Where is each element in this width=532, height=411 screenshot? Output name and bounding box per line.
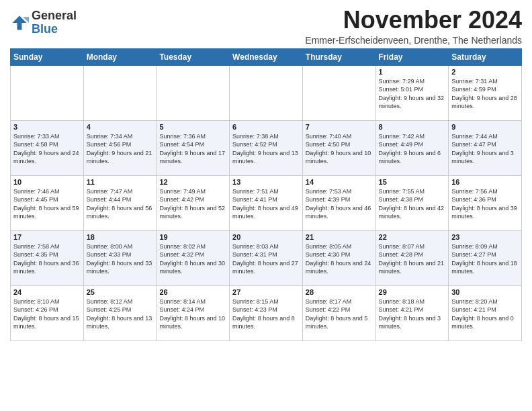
day-cell: 4Sunrise: 7:34 AMSunset: 4:56 PMDaylight…	[83, 120, 157, 175]
logo-icon	[10, 13, 29, 32]
day-cell	[230, 65, 303, 120]
day-cell: 30Sunrise: 8:20 AMSunset: 4:21 PMDayligh…	[449, 285, 522, 340]
day-info: Sunrise: 8:00 AMSunset: 4:33 PMDaylight:…	[87, 242, 154, 276]
day-cell: 27Sunrise: 8:15 AMSunset: 4:23 PMDayligh…	[230, 285, 303, 340]
day-info: Sunrise: 7:51 AMSunset: 4:41 PMDaylight:…	[232, 187, 300, 221]
day-number: 7	[306, 123, 373, 131]
day-info: Sunrise: 7:42 AMSunset: 4:49 PMDaylight:…	[379, 132, 446, 166]
day-number: 2	[451, 68, 519, 76]
day-info: Sunrise: 8:07 AMSunset: 4:28 PMDaylight:…	[379, 242, 446, 276]
title-section: November 2024 Emmer-Erfscheidenveen, Dre…	[305, 7, 522, 46]
day-number: 24	[13, 288, 81, 296]
day-cell: 21Sunrise: 8:05 AMSunset: 4:30 PMDayligh…	[302, 230, 375, 285]
day-cell: 9Sunrise: 7:44 AMSunset: 4:47 PMDaylight…	[449, 120, 522, 175]
day-number: 27	[232, 288, 300, 296]
day-cell	[11, 65, 84, 120]
day-number: 3	[13, 123, 81, 131]
day-info: Sunrise: 8:18 AMSunset: 4:21 PMDaylight:…	[379, 298, 446, 331]
day-info: Sunrise: 7:53 AMSunset: 4:39 PMDaylight:…	[306, 187, 373, 221]
calendar-body: 1Sunrise: 7:29 AMSunset: 5:01 PMDaylight…	[11, 65, 522, 340]
day-info: Sunrise: 8:12 AMSunset: 4:25 PMDaylight:…	[87, 298, 154, 331]
day-info: Sunrise: 8:03 AMSunset: 4:31 PMDaylight:…	[232, 242, 300, 276]
day-cell: 11Sunrise: 7:47 AMSunset: 4:44 PMDayligh…	[83, 175, 157, 230]
calendar-page: General Blue November 2024 Emmer-Erfsche…	[0, 0, 532, 348]
day-info: Sunrise: 8:02 AMSunset: 4:32 PMDaylight:…	[159, 242, 226, 276]
week-row-1: 1Sunrise: 7:29 AMSunset: 5:01 PMDaylight…	[11, 65, 522, 120]
day-number: 14	[306, 178, 373, 186]
day-cell: 14Sunrise: 7:53 AMSunset: 4:39 PMDayligh…	[302, 175, 375, 230]
day-number: 28	[306, 288, 373, 296]
calendar-header: Sunday Monday Tuesday Wednesday Thursday…	[11, 48, 522, 65]
day-cell: 29Sunrise: 8:18 AMSunset: 4:21 PMDayligh…	[375, 285, 449, 340]
day-info: Sunrise: 7:33 AMSunset: 4:58 PMDaylight:…	[13, 132, 81, 166]
col-sunday: Sunday	[11, 48, 84, 65]
day-info: Sunrise: 7:29 AMSunset: 5:01 PMDaylight:…	[379, 77, 446, 111]
day-cell: 20Sunrise: 8:03 AMSunset: 4:31 PMDayligh…	[230, 230, 303, 285]
day-cell	[157, 65, 230, 120]
day-number: 23	[451, 233, 519, 241]
day-cell: 19Sunrise: 8:02 AMSunset: 4:32 PMDayligh…	[157, 230, 230, 285]
day-cell	[83, 65, 157, 120]
day-number: 21	[306, 233, 373, 241]
day-number: 10	[13, 178, 81, 186]
day-number: 13	[232, 178, 300, 186]
day-cell: 1Sunrise: 7:29 AMSunset: 5:01 PMDaylight…	[375, 65, 449, 120]
day-number: 16	[451, 178, 519, 186]
week-row-4: 17Sunrise: 7:58 AMSunset: 4:35 PMDayligh…	[11, 230, 522, 285]
day-info: Sunrise: 7:44 AMSunset: 4:47 PMDaylight:…	[451, 132, 519, 166]
day-info: Sunrise: 8:15 AMSunset: 4:23 PMDaylight:…	[232, 298, 300, 331]
day-number: 29	[379, 288, 446, 296]
day-number: 20	[232, 233, 300, 241]
day-info: Sunrise: 7:34 AMSunset: 4:56 PMDaylight:…	[87, 132, 154, 166]
day-number: 5	[159, 123, 226, 131]
day-info: Sunrise: 8:10 AMSunset: 4:26 PMDaylight:…	[13, 298, 81, 331]
day-info: Sunrise: 8:20 AMSunset: 4:21 PMDaylight:…	[451, 298, 519, 331]
day-info: Sunrise: 7:40 AMSunset: 4:50 PMDaylight:…	[306, 132, 373, 166]
day-cell: 23Sunrise: 8:09 AMSunset: 4:27 PMDayligh…	[449, 230, 522, 285]
subtitle: Emmer-Erfscheidenveen, Drenthe, The Neth…	[305, 35, 522, 46]
day-number: 1	[379, 68, 446, 76]
day-info: Sunrise: 8:09 AMSunset: 4:27 PMDaylight:…	[451, 242, 519, 276]
day-info: Sunrise: 8:14 AMSunset: 4:24 PMDaylight:…	[159, 298, 226, 331]
month-title: November 2024	[305, 7, 522, 34]
logo-text: General Blue	[32, 9, 77, 36]
day-info: Sunrise: 8:17 AMSunset: 4:22 PMDaylight:…	[306, 298, 373, 331]
day-cell: 5Sunrise: 7:36 AMSunset: 4:54 PMDaylight…	[157, 120, 230, 175]
day-number: 9	[451, 123, 519, 131]
day-cell: 2Sunrise: 7:31 AMSunset: 4:59 PMDaylight…	[449, 65, 522, 120]
col-thursday: Thursday	[302, 48, 375, 65]
day-cell: 24Sunrise: 8:10 AMSunset: 4:26 PMDayligh…	[11, 285, 84, 340]
day-number: 30	[451, 288, 519, 296]
day-number: 6	[232, 123, 300, 131]
day-info: Sunrise: 7:46 AMSunset: 4:45 PMDaylight:…	[13, 187, 81, 221]
day-cell: 18Sunrise: 8:00 AMSunset: 4:33 PMDayligh…	[83, 230, 157, 285]
day-cell: 13Sunrise: 7:51 AMSunset: 4:41 PMDayligh…	[230, 175, 303, 230]
week-row-2: 3Sunrise: 7:33 AMSunset: 4:58 PMDaylight…	[11, 120, 522, 175]
day-cell: 12Sunrise: 7:49 AMSunset: 4:42 PMDayligh…	[157, 175, 230, 230]
day-cell: 7Sunrise: 7:40 AMSunset: 4:50 PMDaylight…	[302, 120, 375, 175]
day-cell: 3Sunrise: 7:33 AMSunset: 4:58 PMDaylight…	[11, 120, 84, 175]
day-cell	[302, 65, 375, 120]
day-info: Sunrise: 7:55 AMSunset: 4:38 PMDaylight:…	[379, 187, 446, 221]
day-cell: 22Sunrise: 8:07 AMSunset: 4:28 PMDayligh…	[375, 230, 449, 285]
day-cell: 28Sunrise: 8:17 AMSunset: 4:22 PMDayligh…	[302, 285, 375, 340]
day-cell: 16Sunrise: 7:56 AMSunset: 4:36 PMDayligh…	[449, 175, 522, 230]
day-cell: 26Sunrise: 8:14 AMSunset: 4:24 PMDayligh…	[157, 285, 230, 340]
col-monday: Monday	[83, 48, 157, 65]
week-row-5: 24Sunrise: 8:10 AMSunset: 4:26 PMDayligh…	[11, 285, 522, 340]
logo: General Blue	[10, 9, 77, 36]
day-number: 18	[87, 233, 154, 241]
calendar-table: Sunday Monday Tuesday Wednesday Thursday…	[10, 48, 522, 341]
col-wednesday: Wednesday	[230, 48, 303, 65]
day-number: 17	[13, 233, 81, 241]
week-row-3: 10Sunrise: 7:46 AMSunset: 4:45 PMDayligh…	[11, 175, 522, 230]
day-info: Sunrise: 7:49 AMSunset: 4:42 PMDaylight:…	[159, 187, 226, 221]
day-info: Sunrise: 8:05 AMSunset: 4:30 PMDaylight:…	[306, 242, 373, 276]
col-friday: Friday	[375, 48, 449, 65]
day-number: 11	[87, 178, 154, 186]
day-info: Sunrise: 7:58 AMSunset: 4:35 PMDaylight:…	[13, 242, 81, 276]
day-number: 22	[379, 233, 446, 241]
day-number: 25	[87, 288, 154, 296]
day-info: Sunrise: 7:38 AMSunset: 4:52 PMDaylight:…	[232, 132, 300, 166]
col-saturday: Saturday	[449, 48, 522, 65]
